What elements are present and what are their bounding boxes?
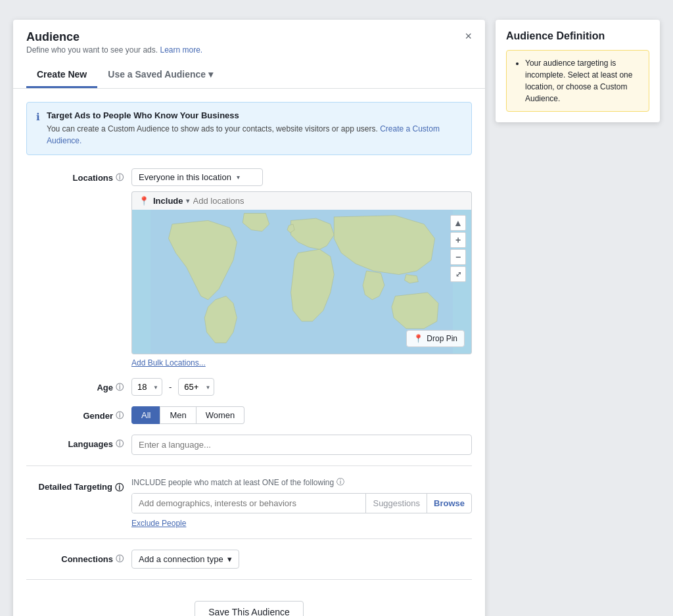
map-scroll-up-button[interactable]: ▲ xyxy=(450,215,466,231)
connections-info-icon[interactable]: ⓘ xyxy=(116,554,124,565)
gender-women-button[interactable]: Women xyxy=(197,406,245,424)
info-box-title: Target Ads to People Who Know Your Busin… xyxy=(47,110,462,120)
location-type-dropdown[interactable]: Everyone in this location ▾ xyxy=(131,168,263,186)
connections-control: Add a connection type ▾ xyxy=(131,550,472,569)
gender-info-icon[interactable]: ⓘ xyxy=(116,410,124,421)
languages-row: Languages ⓘ xyxy=(26,435,472,455)
locations-label: Locations ⓘ xyxy=(26,168,131,183)
map-controls: ▲ + − ⤢ xyxy=(450,215,466,282)
detailed-targeting-search: Suggestions Browse xyxy=(131,493,472,513)
location-dropdown-chevron: ▾ xyxy=(237,174,240,181)
detailed-targeting-info-icon[interactable]: ⓘ xyxy=(115,482,124,494)
info-box-text: You can create a Custom Audience to show… xyxy=(47,123,462,147)
age-min-select[interactable]: 18212535455565 xyxy=(131,378,162,396)
age-control: 18212535455565 - 65+212535455565 xyxy=(131,378,472,396)
gender-group: All Men Women xyxy=(131,406,472,424)
locations-row: Locations ⓘ Everyone in this location ▾ … xyxy=(26,168,472,367)
connection-dropdown-chevron: ▾ xyxy=(227,554,232,564)
include-dropdown[interactable]: Include ▾ xyxy=(153,196,189,206)
section-divider-1 xyxy=(26,465,472,466)
connections-row: Connections ⓘ Add a connection type ▾ xyxy=(26,550,472,569)
map-container: ▲ + − ⤢ 📍 Drop Pin xyxy=(131,210,472,354)
languages-label: Languages ⓘ xyxy=(26,435,131,450)
close-button[interactable]: × xyxy=(465,30,472,42)
connection-type-dropdown[interactable]: Add a connection type ▾ xyxy=(131,550,239,569)
add-bulk-locations-link[interactable]: Add Bulk Locations... xyxy=(131,358,472,367)
audience-definition-panel: Audience Definition Your audience target… xyxy=(496,20,660,122)
gender-control: All Men Women xyxy=(131,406,472,424)
audience-warning-text: Your audience targeting is incomplete. S… xyxy=(525,57,641,105)
map-fullscreen-button[interactable]: ⤢ xyxy=(450,266,466,282)
pin-icon: 📍 xyxy=(413,334,423,343)
gender-row: Gender ⓘ All Men Women xyxy=(26,406,472,424)
languages-control xyxy=(131,435,472,455)
age-max-select[interactable]: 65+212535455565 xyxy=(178,378,214,396)
languages-info-icon[interactable]: ⓘ xyxy=(116,438,124,450)
sidebar: Audience Definition Your audience target… xyxy=(496,20,660,616)
age-min-wrapper: 18212535455565 xyxy=(131,378,162,396)
map-zoom-in-button[interactable]: + xyxy=(450,232,466,248)
languages-input[interactable] xyxy=(131,435,472,455)
gender-men-button[interactable]: Men xyxy=(160,406,196,424)
audience-definition-title: Audience Definition xyxy=(506,30,649,42)
modal-title: Audience xyxy=(26,30,223,44)
create-custom-audience-link[interactable]: Create a Custom Audience. xyxy=(47,124,440,145)
locations-info-icon[interactable]: ⓘ xyxy=(116,172,124,183)
section-divider-3 xyxy=(26,579,472,580)
gender-label: Gender ⓘ xyxy=(26,406,131,421)
age-separator: - xyxy=(169,382,172,392)
drop-pin-button[interactable]: 📍 Drop Pin xyxy=(406,330,465,347)
detailed-targeting-description: INCLUDE people who match at least ONE of… xyxy=(131,477,472,488)
age-label: Age ⓘ xyxy=(26,378,131,393)
age-max-wrapper: 65+212535455565 xyxy=(178,378,214,396)
age-info-icon[interactable]: ⓘ xyxy=(116,382,124,393)
tab-create-new[interactable]: Create New xyxy=(26,62,97,88)
learn-more-link[interactable]: Learn more. xyxy=(160,45,202,55)
suggestions-button[interactable]: Suggestions xyxy=(366,494,427,513)
pin-icon: 📍 xyxy=(139,196,149,206)
modal-subtitle: Define who you want to see your ads. Lea… xyxy=(26,45,223,55)
tabs-container: Create New Use a Saved Audience ▾ xyxy=(26,62,223,88)
save-row: Save This Audience xyxy=(26,590,472,616)
detailed-targeting-label: Detailed Targeting ⓘ xyxy=(26,477,131,494)
locations-control: Everyone in this location ▾ 📍 Include ▾ xyxy=(131,168,472,367)
add-locations-input[interactable] xyxy=(193,196,465,206)
detailed-targeting-row: Detailed Targeting ⓘ INCLUDE people who … xyxy=(26,477,472,528)
gender-all-button[interactable]: All xyxy=(131,406,160,424)
detailed-targeting-input[interactable] xyxy=(132,494,365,513)
save-audience-button[interactable]: Save This Audience xyxy=(195,601,304,616)
map-zoom-out-button[interactable]: − xyxy=(450,249,466,265)
include-chevron-icon: ▾ xyxy=(186,197,189,204)
browse-button[interactable]: Browse xyxy=(427,494,471,513)
detailed-targeting-control: INCLUDE people who match at least ONE of… xyxy=(131,477,472,528)
exclude-people-link[interactable]: Exclude People xyxy=(131,519,472,528)
age-row: Age ⓘ 18212535455565 - 65+212535455565 xyxy=(26,378,472,396)
include-bar: 📍 Include ▾ xyxy=(131,191,472,210)
detailed-targeting-desc-info-icon[interactable]: ⓘ xyxy=(336,477,344,488)
info-box: ℹ Target Ads to People Who Know Your Bus… xyxy=(26,102,472,155)
tab-saved-audience[interactable]: Use a Saved Audience ▾ xyxy=(97,62,223,88)
connections-label: Connections ⓘ xyxy=(26,550,131,565)
info-icon: ℹ xyxy=(36,111,40,147)
audience-warning: Your audience targeting is incomplete. S… xyxy=(506,50,649,112)
section-divider-2 xyxy=(26,538,472,539)
